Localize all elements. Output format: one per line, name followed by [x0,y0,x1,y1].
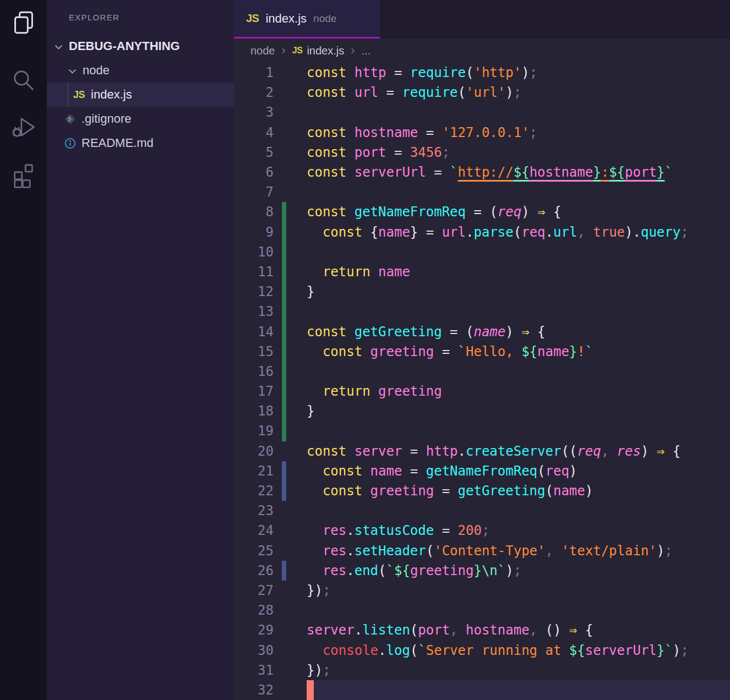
tree-item-node[interactable]: node [47,58,234,83]
code-line[interactable]: 26 res.end(`${greeting}\n`); [234,561,730,581]
line-number: 30 [234,643,274,658]
code-line-text: const {name} = url.parse(req.url, true).… [307,222,730,242]
indent-guide [68,83,68,107]
activity-item-explorer[interactable] [0,0,47,47]
tree-item-label: index.js [91,88,132,102]
tree-item-index-js[interactable]: JSindex.js [47,83,234,107]
line-number: 28 [234,603,274,618]
git-gutter-added [282,222,286,242]
code-line[interactable]: 2const url = require('url'); [234,83,730,102]
code-line[interactable]: 31}); [234,660,730,680]
line-number: 8 [234,204,274,220]
code-line-text: const server = http.createServer((req, r… [307,441,730,461]
line-number: 2 [234,85,274,100]
activity-item-run-and-debug[interactable] [0,105,47,151]
code-line[interactable]: 12} [234,282,730,302]
line-number: 9 [234,225,274,240]
code-editor[interactable]: 1const http = require('http');2const url… [234,63,730,700]
code-line-text: } [307,401,730,421]
git-gutter-added [282,262,286,282]
tab-index-js[interactable]: JSindex.jsnode [234,0,380,39]
git-gutter-added [282,421,286,441]
chevron-right-icon: › [351,45,355,57]
code-line[interactable]: 27}); [234,581,730,600]
code-line[interactable]: 21 const name = getNameFromReq(req) [234,461,730,481]
code-line-text [307,680,730,700]
code-line-text: const getNameFromReq = (req) ⇒ { [307,202,730,222]
code-line[interactable]: 28 [234,600,730,620]
code-line[interactable]: 4const hostname = '127.0.0.1'; [234,123,730,143]
file-tree: DEBUG-ANYTHINGnodeJSindex.js.gitignoreRE… [47,34,234,155]
code-line[interactable]: 19 [234,421,730,441]
chevron-right-icon: › [282,45,286,57]
code-line[interactable]: 13 [234,302,730,321]
code-lines: 1const http = require('http');2const url… [234,63,730,700]
line-number: 7 [234,184,274,200]
code-line[interactable]: 25 res.setHeader('Content-Type', 'text/p… [234,541,730,561]
chevron-down-icon [53,41,64,52]
code-line[interactable]: 30 console.log(`Server running at ${serv… [234,640,730,660]
breadcrumb-item-index-js[interactable]: JSindex.js [292,45,344,57]
code-line[interactable]: 22 const greeting = getGreeting(name) [234,481,730,501]
code-line[interactable]: 7 [234,182,730,202]
line-number: 29 [234,622,274,638]
line-number: 11 [234,264,274,280]
line-number: 20 [234,444,274,459]
sidebar-header: EXPLORER [47,0,234,34]
code-line-text: const serverUrl = `http://${hostname}:${… [307,162,730,182]
git-gutter-added [282,242,286,262]
breadcrumb-item-node[interactable]: node [250,45,275,57]
code-line[interactable]: 3 [234,102,730,122]
line-number: 6 [234,165,274,180]
code-line[interactable]: 24 res.statusCode = 200; [234,521,730,540]
git-gutter-added [282,302,286,321]
code-line[interactable]: 14const getGreeting = (name) ⇒ { [234,321,730,341]
tree-item-readme-md[interactable]: README.md [47,131,234,155]
code-line[interactable]: 29server.listen(port, hostname, () ⇒ { [234,620,730,640]
code-line[interactable]: 10 [234,242,730,262]
code-line[interactable]: 17 return greeting [234,381,730,401]
code-line[interactable]: 15 const greeting = `Hello, ${name}!` [234,342,730,362]
code-line[interactable]: 8const getNameFromReq = (req) ⇒ { [234,202,730,222]
activity-item-extensions[interactable] [0,151,47,198]
code-line-text: }); [307,581,730,600]
line-number: 27 [234,583,274,598]
code-line-text: console.log(`Server running at ${serverU… [307,640,730,660]
code-line[interactable]: 6const serverUrl = `http://${hostname}:$… [234,162,730,182]
code-line[interactable]: 5const port = 3456; [234,143,730,162]
code-line[interactable]: 32 [234,680,730,700]
code-line[interactable]: 16 [234,362,730,381]
code-line[interactable]: 23 [234,501,730,521]
code-line[interactable]: 18} [234,401,730,421]
code-line[interactable]: 1const http = require('http'); [234,63,730,83]
chevron-down-icon [67,65,78,76]
line-number: 22 [234,483,274,499]
code-line[interactable]: 20const server = http.createServer((req,… [234,441,730,461]
line-number: 31 [234,663,274,678]
breadcrumb: node›JSindex.js›... [234,39,730,63]
tab-title: index.js [265,12,307,26]
breadcrumb-item--[interactable]: ... [362,45,371,57]
line-number: 14 [234,324,274,340]
code-line-text: const http = require('http'); [307,63,730,83]
code-line[interactable]: 9 const {name} = url.parse(req.url, true… [234,222,730,242]
activity-item-search[interactable] [0,58,47,105]
line-number: 4 [234,125,274,140]
code-line-text [307,600,730,620]
git-gutter-added [282,342,286,362]
line-number: 3 [234,105,274,120]
breadcrumb-label: ... [362,45,371,57]
tree-item--gitignore[interactable]: .gitignore [47,107,234,131]
files-icon [9,8,38,39]
search-icon [9,66,38,97]
line-number: 24 [234,523,274,538]
code-line-text: res.statusCode = 200; [307,521,730,540]
git-gutter-added [282,321,286,341]
code-line-text: const name = getNameFromReq(req) [307,461,730,481]
code-line-text: return greeting [307,381,730,401]
activity-bar [0,0,47,700]
code-line[interactable]: 11 return name [234,262,730,282]
sidebar-header-label: EXPLORER [69,13,119,22]
code-line-text: return name [307,262,730,282]
tree-item-debug-anything[interactable]: DEBUG-ANYTHING [47,34,234,58]
